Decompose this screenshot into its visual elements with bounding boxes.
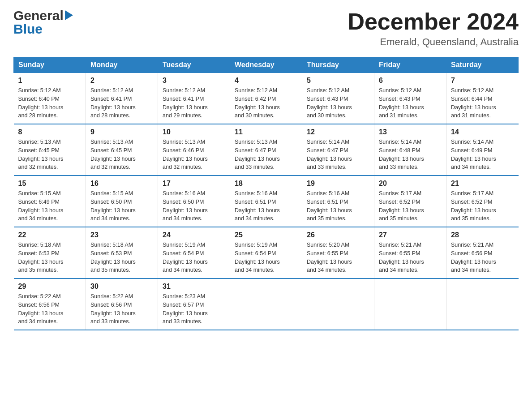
header-sunday: Sunday xyxy=(14,57,86,73)
day-number: 8 xyxy=(18,128,82,136)
header-monday: Monday xyxy=(86,57,158,73)
calendar-week-row: 15 Sunrise: 5:15 AM Sunset: 6:49 PM Dayl… xyxy=(14,176,519,227)
day-number: 7 xyxy=(451,77,514,85)
day-number: 16 xyxy=(90,180,153,188)
calendar-day-cell xyxy=(446,278,519,330)
day-number: 14 xyxy=(451,128,514,136)
calendar-day-cell: 30 Sunrise: 5:22 AM Sunset: 6:56 PM Dayl… xyxy=(86,278,158,330)
calendar-day-cell xyxy=(302,278,374,330)
calendar-day-cell: 20 Sunrise: 5:17 AM Sunset: 6:52 PM Dayl… xyxy=(374,176,446,227)
day-number: 29 xyxy=(18,283,82,291)
day-info: Sunrise: 5:14 AM Sunset: 6:49 PM Dayligh… xyxy=(451,138,514,171)
day-number: 12 xyxy=(307,128,369,136)
day-number: 24 xyxy=(163,231,225,239)
day-number: 17 xyxy=(163,180,225,188)
day-info: Sunrise: 5:14 AM Sunset: 6:47 PM Dayligh… xyxy=(307,138,369,171)
calendar-day-cell: 17 Sunrise: 5:16 AM Sunset: 6:50 PM Dayl… xyxy=(158,176,230,227)
day-info: Sunrise: 5:16 AM Sunset: 6:50 PM Dayligh… xyxy=(163,189,225,223)
location-subtitle: Emerald, Queensland, Australia xyxy=(348,36,519,48)
day-number: 2 xyxy=(90,77,153,85)
calendar-week-row: 22 Sunrise: 5:18 AM Sunset: 6:53 PM Dayl… xyxy=(14,227,519,278)
svg-marker-0 xyxy=(65,10,73,20)
calendar-day-cell: 23 Sunrise: 5:18 AM Sunset: 6:53 PM Dayl… xyxy=(86,227,158,278)
day-info: Sunrise: 5:13 AM Sunset: 6:46 PM Dayligh… xyxy=(163,138,225,171)
calendar-day-cell: 12 Sunrise: 5:14 AM Sunset: 6:47 PM Dayl… xyxy=(302,124,374,176)
calendar-day-cell: 31 Sunrise: 5:23 AM Sunset: 6:57 PM Dayl… xyxy=(158,278,230,330)
day-info: Sunrise: 5:21 AM Sunset: 6:55 PM Dayligh… xyxy=(379,241,442,274)
header-friday: Friday xyxy=(374,57,446,73)
day-info: Sunrise: 5:16 AM Sunset: 6:51 PM Dayligh… xyxy=(235,189,297,223)
day-info: Sunrise: 5:13 AM Sunset: 6:45 PM Dayligh… xyxy=(18,138,82,171)
day-number: 6 xyxy=(379,77,442,85)
calendar-day-cell: 3 Sunrise: 5:12 AM Sunset: 6:41 PM Dayli… xyxy=(158,73,230,124)
day-info: Sunrise: 5:14 AM Sunset: 6:48 PM Dayligh… xyxy=(379,138,442,171)
day-info: Sunrise: 5:22 AM Sunset: 6:56 PM Dayligh… xyxy=(90,292,153,326)
calendar-day-cell: 24 Sunrise: 5:19 AM Sunset: 6:54 PM Dayl… xyxy=(158,227,230,278)
day-number: 19 xyxy=(307,180,369,188)
day-info: Sunrise: 5:15 AM Sunset: 6:50 PM Dayligh… xyxy=(90,189,153,223)
logo-general-text: General xyxy=(13,9,64,22)
logo-blue-text: Blue xyxy=(13,21,43,36)
calendar-day-cell: 6 Sunrise: 5:12 AM Sunset: 6:43 PM Dayli… xyxy=(374,73,446,124)
calendar-header: Sunday Monday Tuesday Wednesday Thursday… xyxy=(14,57,519,73)
day-info: Sunrise: 5:20 AM Sunset: 6:55 PM Dayligh… xyxy=(307,241,369,274)
header-wednesday: Wednesday xyxy=(230,57,302,73)
calendar-day-cell: 25 Sunrise: 5:19 AM Sunset: 6:54 PM Dayl… xyxy=(230,227,302,278)
day-number: 21 xyxy=(451,180,514,188)
day-info: Sunrise: 5:12 AM Sunset: 6:41 PM Dayligh… xyxy=(163,86,225,120)
calendar-day-cell: 26 Sunrise: 5:20 AM Sunset: 6:55 PM Dayl… xyxy=(302,227,374,278)
day-number: 18 xyxy=(235,180,297,188)
calendar-day-cell: 10 Sunrise: 5:13 AM Sunset: 6:46 PM Dayl… xyxy=(158,124,230,176)
calendar-day-cell: 11 Sunrise: 5:13 AM Sunset: 6:47 PM Dayl… xyxy=(230,124,302,176)
day-info: Sunrise: 5:17 AM Sunset: 6:52 PM Dayligh… xyxy=(451,189,514,223)
calendar-body: 1 Sunrise: 5:12 AM Sunset: 6:40 PM Dayli… xyxy=(14,73,519,330)
day-info: Sunrise: 5:12 AM Sunset: 6:42 PM Dayligh… xyxy=(235,86,297,120)
day-number: 31 xyxy=(163,283,225,291)
calendar-day-cell: 14 Sunrise: 5:14 AM Sunset: 6:49 PM Dayl… xyxy=(446,124,519,176)
header-thursday: Thursday xyxy=(302,57,374,73)
calendar-week-row: 29 Sunrise: 5:22 AM Sunset: 6:56 PM Dayl… xyxy=(14,278,519,330)
day-info: Sunrise: 5:18 AM Sunset: 6:53 PM Dayligh… xyxy=(90,241,153,274)
calendar-day-cell: 4 Sunrise: 5:12 AM Sunset: 6:42 PM Dayli… xyxy=(230,73,302,124)
day-info: Sunrise: 5:21 AM Sunset: 6:56 PM Dayligh… xyxy=(451,241,514,274)
header-tuesday: Tuesday xyxy=(158,57,230,73)
calendar-day-cell xyxy=(230,278,302,330)
logo: General Blue xyxy=(13,9,73,36)
title-section: December 2024 Emerald, Queensland, Austr… xyxy=(348,9,519,48)
day-info: Sunrise: 5:15 AM Sunset: 6:49 PM Dayligh… xyxy=(18,189,82,223)
calendar-day-cell: 7 Sunrise: 5:12 AM Sunset: 6:44 PM Dayli… xyxy=(446,73,519,124)
calendar-day-cell: 18 Sunrise: 5:16 AM Sunset: 6:51 PM Dayl… xyxy=(230,176,302,227)
day-number: 9 xyxy=(90,128,153,136)
day-number: 30 xyxy=(90,283,153,291)
day-number: 3 xyxy=(163,77,225,85)
day-number: 26 xyxy=(307,231,369,239)
day-number: 13 xyxy=(379,128,442,136)
day-info: Sunrise: 5:13 AM Sunset: 6:45 PM Dayligh… xyxy=(90,138,153,171)
day-info: Sunrise: 5:19 AM Sunset: 6:54 PM Dayligh… xyxy=(235,241,297,274)
day-info: Sunrise: 5:23 AM Sunset: 6:57 PM Dayligh… xyxy=(163,292,225,326)
calendar-day-cell: 8 Sunrise: 5:13 AM Sunset: 6:45 PM Dayli… xyxy=(14,124,86,176)
month-year-title: December 2024 xyxy=(348,9,519,34)
day-number: 25 xyxy=(235,231,297,239)
calendar-day-cell: 2 Sunrise: 5:12 AM Sunset: 6:41 PM Dayli… xyxy=(86,73,158,124)
calendar-day-cell: 15 Sunrise: 5:15 AM Sunset: 6:49 PM Dayl… xyxy=(14,176,86,227)
day-number: 15 xyxy=(18,180,82,188)
day-info: Sunrise: 5:16 AM Sunset: 6:51 PM Dayligh… xyxy=(307,189,369,223)
calendar-day-cell: 13 Sunrise: 5:14 AM Sunset: 6:48 PM Dayl… xyxy=(374,124,446,176)
header-saturday: Saturday xyxy=(446,57,519,73)
calendar-day-cell: 19 Sunrise: 5:16 AM Sunset: 6:51 PM Dayl… xyxy=(302,176,374,227)
logo-arrow-icon xyxy=(65,10,73,20)
day-info: Sunrise: 5:17 AM Sunset: 6:52 PM Dayligh… xyxy=(379,189,442,223)
calendar-day-cell: 5 Sunrise: 5:12 AM Sunset: 6:43 PM Dayli… xyxy=(302,73,374,124)
calendar-day-cell: 28 Sunrise: 5:21 AM Sunset: 6:56 PM Dayl… xyxy=(446,227,519,278)
day-info: Sunrise: 5:12 AM Sunset: 6:44 PM Dayligh… xyxy=(451,86,514,120)
day-info: Sunrise: 5:12 AM Sunset: 6:40 PM Dayligh… xyxy=(18,86,82,120)
day-info: Sunrise: 5:12 AM Sunset: 6:43 PM Dayligh… xyxy=(379,86,442,120)
day-info: Sunrise: 5:18 AM Sunset: 6:53 PM Dayligh… xyxy=(18,241,82,274)
day-number: 28 xyxy=(451,231,514,239)
calendar-day-cell: 1 Sunrise: 5:12 AM Sunset: 6:40 PM Dayli… xyxy=(14,73,86,124)
calendar-day-cell: 16 Sunrise: 5:15 AM Sunset: 6:50 PM Dayl… xyxy=(86,176,158,227)
day-number: 5 xyxy=(307,77,369,85)
day-info: Sunrise: 5:13 AM Sunset: 6:47 PM Dayligh… xyxy=(235,138,297,171)
calendar-day-cell: 29 Sunrise: 5:22 AM Sunset: 6:56 PM Dayl… xyxy=(14,278,86,330)
